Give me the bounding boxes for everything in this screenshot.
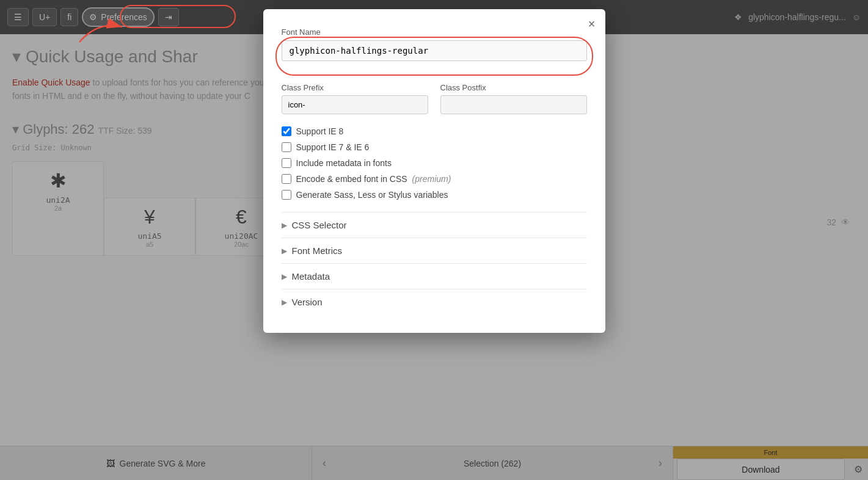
metadata-label: Metadata xyxy=(292,271,330,282)
version-label: Version xyxy=(292,297,323,307)
chevron-right-icon-meta: ▶ xyxy=(282,272,287,281)
preferences-modal: × Font Name Class Prefix Class Postfix S… xyxy=(263,9,605,333)
support-ie76-label: Support IE 7 & IE 6 xyxy=(296,142,370,152)
class-postfix-input[interactable] xyxy=(440,95,587,114)
metadata-section[interactable]: ▶ Metadata xyxy=(282,263,587,289)
support-ie76-option[interactable]: Support IE 7 & IE 6 xyxy=(282,142,587,152)
generate-sass-option[interactable]: Generate Sass, Less or Stylus variables xyxy=(282,190,587,200)
include-metadata-label: Include metadata in fonts xyxy=(296,158,392,168)
encode-embed-checkbox[interactable] xyxy=(282,174,291,184)
class-prefix-input[interactable] xyxy=(282,95,428,114)
generate-sass-label: Generate Sass, Less or Stylus variables xyxy=(296,190,448,200)
modal-close-button[interactable]: × xyxy=(588,18,596,30)
font-metrics-section[interactable]: ▶ Font Metrics xyxy=(282,238,587,263)
premium-badge: (premium) xyxy=(412,174,451,184)
encode-embed-option[interactable]: Encode & embed font in CSS (premium) xyxy=(282,174,587,184)
chevron-right-icon-version: ▶ xyxy=(282,298,287,307)
support-ie8-label: Support IE 8 xyxy=(296,126,344,136)
include-metadata-checkbox[interactable] xyxy=(282,158,291,168)
font-name-wrapper xyxy=(282,40,587,72)
chevron-right-icon-css: ▶ xyxy=(282,221,287,230)
prefix-postfix-row: Class Prefix Class Postfix xyxy=(282,83,587,114)
options-checkbox-list: Support IE 8 Support IE 7 & IE 6 Include… xyxy=(282,126,587,200)
class-postfix-label: Class Postfix xyxy=(440,83,587,92)
support-ie8-option[interactable]: Support IE 8 xyxy=(282,126,587,136)
include-metadata-option[interactable]: Include metadata in fonts xyxy=(282,158,587,168)
font-name-label: Font Name xyxy=(282,27,587,37)
class-prefix-group: Class Prefix xyxy=(282,83,428,114)
chevron-right-icon-metrics: ▶ xyxy=(282,247,287,255)
generate-sass-checkbox[interactable] xyxy=(282,190,291,200)
support-ie76-checkbox[interactable] xyxy=(282,142,291,152)
class-prefix-label: Class Prefix xyxy=(282,83,428,92)
encode-embed-label: Encode & embed font in CSS xyxy=(296,174,407,184)
version-section[interactable]: ▶ Version xyxy=(282,289,587,315)
support-ie8-checkbox[interactable] xyxy=(282,126,291,136)
font-metrics-label: Font Metrics xyxy=(292,245,343,256)
css-selector-section[interactable]: ▶ CSS Selector xyxy=(282,212,587,238)
class-postfix-group: Class Postfix xyxy=(440,83,587,114)
css-selector-label: CSS Selector xyxy=(292,220,347,230)
font-name-input[interactable] xyxy=(282,40,587,61)
modal-overlay: × Font Name Class Prefix Class Postfix S… xyxy=(0,0,868,480)
